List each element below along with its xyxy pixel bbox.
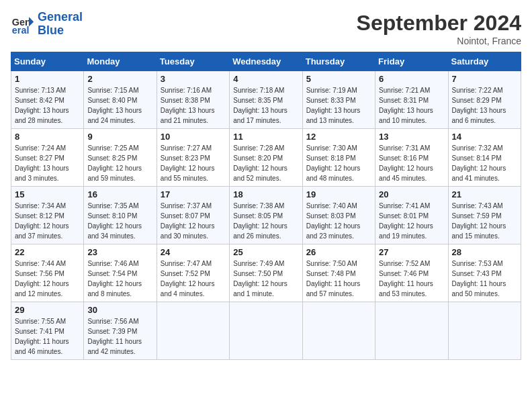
day-number: 27 — [379, 247, 444, 257]
day-info: Sunrise: 7:53 AMSunset: 7:43 PMDaylight:… — [452, 259, 517, 299]
day-number: 8 — [15, 132, 80, 142]
table-row: 4 Sunrise: 7:18 AMSunset: 8:35 PMDayligh… — [230, 71, 302, 129]
day-info: Sunrise: 7:40 AMSunset: 8:03 PMDaylight:… — [306, 201, 371, 241]
calendar-row: 1 Sunrise: 7:13 AMSunset: 8:42 PMDayligh… — [11, 71, 521, 129]
col-tuesday: Tuesday — [157, 52, 229, 71]
day-info: Sunrise: 7:28 AMSunset: 8:20 PMDaylight:… — [233, 143, 298, 183]
logo: Gen eral General Blue — [11, 11, 83, 38]
day-number: 19 — [306, 189, 371, 199]
day-number: 6 — [379, 74, 444, 84]
table-row: 27 Sunrise: 7:52 AMSunset: 7:46 PMDaylig… — [375, 244, 448, 302]
day-number: 18 — [233, 189, 298, 199]
day-info: Sunrise: 7:56 AMSunset: 7:39 PMDaylight:… — [87, 316, 152, 357]
day-number: 5 — [306, 74, 371, 84]
col-friday: Friday — [375, 52, 448, 71]
table-row — [302, 302, 375, 360]
table-row: 21 Sunrise: 7:43 AMSunset: 7:59 PMDaylig… — [448, 187, 521, 244]
table-row: 2 Sunrise: 7:15 AMSunset: 8:40 PMDayligh… — [84, 71, 157, 129]
day-info: Sunrise: 7:16 AMSunset: 8:38 PMDaylight:… — [161, 85, 226, 126]
table-row — [375, 302, 448, 360]
table-row: 16 Sunrise: 7:35 AMSunset: 8:10 PMDaylig… — [84, 187, 157, 244]
day-number: 4 — [233, 74, 298, 84]
day-info: Sunrise: 7:15 AMSunset: 8:40 PMDaylight:… — [87, 85, 152, 126]
table-row: 12 Sunrise: 7:30 AMSunset: 8:18 PMDaylig… — [302, 129, 375, 187]
calendar-row: 29 Sunrise: 7:55 AMSunset: 7:41 PMDaylig… — [11, 302, 521, 360]
day-number: 29 — [15, 305, 80, 315]
day-number: 26 — [306, 247, 371, 257]
table-row: 11 Sunrise: 7:28 AMSunset: 8:20 PMDaylig… — [230, 129, 302, 187]
day-number: 25 — [233, 247, 298, 257]
table-row: 5 Sunrise: 7:19 AMSunset: 8:33 PMDayligh… — [302, 71, 375, 129]
day-number: 11 — [233, 132, 298, 142]
day-number: 7 — [452, 74, 517, 84]
day-info: Sunrise: 7:34 AMSunset: 8:12 PMDaylight:… — [15, 201, 80, 241]
table-row: 10 Sunrise: 7:27 AMSunset: 8:23 PMDaylig… — [157, 129, 229, 187]
svg-marker-2 — [29, 17, 34, 26]
day-info: Sunrise: 7:25 AMSunset: 8:25 PMDaylight:… — [87, 143, 152, 183]
month-title: September 2024 — [357, 11, 521, 36]
day-number: 30 — [87, 305, 152, 315]
title-block: September 2024 Nointot, France — [357, 11, 521, 46]
col-saturday: Saturday — [448, 52, 521, 71]
day-number: 10 — [161, 132, 226, 142]
calendar-row: 8 Sunrise: 7:24 AMSunset: 8:27 PMDayligh… — [11, 129, 521, 187]
day-number: 2 — [87, 74, 152, 84]
day-info: Sunrise: 7:49 AMSunset: 7:50 PMDaylight:… — [233, 259, 298, 299]
day-number: 17 — [161, 189, 226, 199]
calendar-table: Sunday Monday Tuesday Wednesday Thursday… — [11, 52, 521, 360]
table-row — [157, 302, 229, 360]
table-row: 28 Sunrise: 7:53 AMSunset: 7:43 PMDaylig… — [448, 244, 521, 302]
table-row: 8 Sunrise: 7:24 AMSunset: 8:27 PMDayligh… — [11, 129, 84, 187]
day-info: Sunrise: 7:52 AMSunset: 7:46 PMDaylight:… — [379, 259, 444, 299]
day-number: 16 — [87, 189, 152, 199]
day-number: 12 — [306, 132, 371, 142]
day-info: Sunrise: 7:21 AMSunset: 8:31 PMDaylight:… — [379, 85, 444, 126]
day-info: Sunrise: 7:22 AMSunset: 8:29 PMDaylight:… — [452, 85, 517, 126]
day-number: 23 — [87, 247, 152, 257]
page-header: Gen eral General Blue September 2024 Noi… — [11, 11, 521, 46]
day-info: Sunrise: 7:55 AMSunset: 7:41 PMDaylight:… — [15, 316, 80, 357]
table-row: 13 Sunrise: 7:31 AMSunset: 8:16 PMDaylig… — [375, 129, 448, 187]
table-row: 20 Sunrise: 7:41 AMSunset: 8:01 PMDaylig… — [375, 187, 448, 244]
day-info: Sunrise: 7:18 AMSunset: 8:35 PMDaylight:… — [233, 85, 298, 126]
day-number: 21 — [452, 189, 517, 199]
day-number: 15 — [15, 189, 80, 199]
table-row: 22 Sunrise: 7:44 AMSunset: 7:56 PMDaylig… — [11, 244, 84, 302]
table-row: 25 Sunrise: 7:49 AMSunset: 7:50 PMDaylig… — [230, 244, 302, 302]
header-row: Sunday Monday Tuesday Wednesday Thursday… — [11, 52, 521, 71]
location: Nointot, France — [357, 36, 521, 46]
day-info: Sunrise: 7:27 AMSunset: 8:23 PMDaylight:… — [161, 143, 226, 183]
logo-icon: Gen eral — [11, 12, 35, 36]
day-number: 20 — [379, 189, 444, 199]
table-row: 17 Sunrise: 7:37 AMSunset: 8:07 PMDaylig… — [157, 187, 229, 244]
col-thursday: Thursday — [302, 52, 375, 71]
day-info: Sunrise: 7:13 AMSunset: 8:42 PMDaylight:… — [15, 85, 80, 126]
table-row: 3 Sunrise: 7:16 AMSunset: 8:38 PMDayligh… — [157, 71, 229, 129]
day-info: Sunrise: 7:35 AMSunset: 8:10 PMDaylight:… — [87, 201, 152, 241]
day-number: 28 — [452, 247, 517, 257]
day-info: Sunrise: 7:30 AMSunset: 8:18 PMDaylight:… — [306, 143, 371, 183]
day-info: Sunrise: 7:47 AMSunset: 7:52 PMDaylight:… — [161, 259, 226, 299]
table-row: 15 Sunrise: 7:34 AMSunset: 8:12 PMDaylig… — [11, 187, 84, 244]
svg-text:eral: eral — [12, 25, 30, 36]
col-wednesday: Wednesday — [230, 52, 302, 71]
calendar-row: 22 Sunrise: 7:44 AMSunset: 7:56 PMDaylig… — [11, 244, 521, 302]
calendar-row: 15 Sunrise: 7:34 AMSunset: 8:12 PMDaylig… — [11, 187, 521, 244]
day-number: 13 — [379, 132, 444, 142]
day-info: Sunrise: 7:24 AMSunset: 8:27 PMDaylight:… — [15, 143, 80, 183]
day-number: 3 — [161, 74, 226, 84]
day-info: Sunrise: 7:50 AMSunset: 7:48 PMDaylight:… — [306, 259, 371, 299]
day-info: Sunrise: 7:38 AMSunset: 8:05 PMDaylight:… — [233, 201, 298, 241]
table-row: 6 Sunrise: 7:21 AMSunset: 8:31 PMDayligh… — [375, 71, 448, 129]
table-row: 19 Sunrise: 7:40 AMSunset: 8:03 PMDaylig… — [302, 187, 375, 244]
day-info: Sunrise: 7:37 AMSunset: 8:07 PMDaylight:… — [161, 201, 226, 241]
day-number: 1 — [15, 74, 80, 84]
table-row: 9 Sunrise: 7:25 AMSunset: 8:25 PMDayligh… — [84, 129, 157, 187]
day-number: 24 — [161, 247, 226, 257]
table-row: 29 Sunrise: 7:55 AMSunset: 7:41 PMDaylig… — [11, 302, 84, 360]
table-row: 23 Sunrise: 7:46 AMSunset: 7:54 PMDaylig… — [84, 244, 157, 302]
col-monday: Monday — [84, 52, 157, 71]
table-row: 7 Sunrise: 7:22 AMSunset: 8:29 PMDayligh… — [448, 71, 521, 129]
table-row: 18 Sunrise: 7:38 AMSunset: 8:05 PMDaylig… — [230, 187, 302, 244]
table-row: 26 Sunrise: 7:50 AMSunset: 7:48 PMDaylig… — [302, 244, 375, 302]
